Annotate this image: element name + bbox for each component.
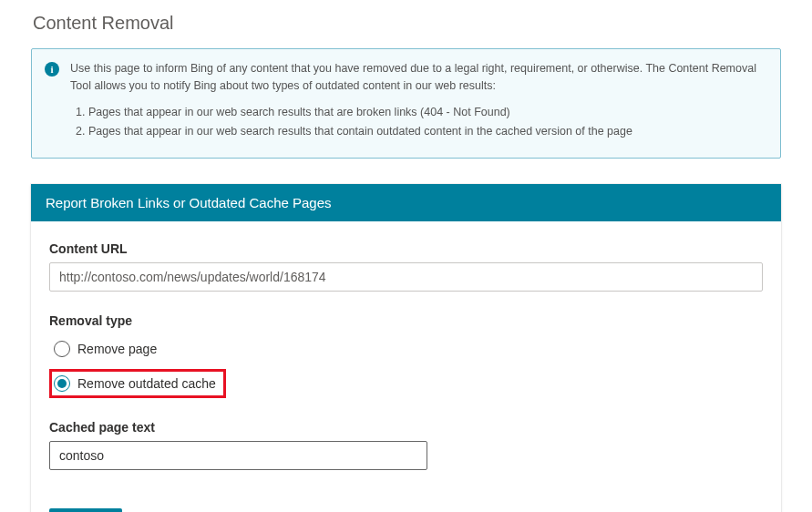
report-form-card: Report Broken Links or Outdated Cache Pa… — [31, 184, 781, 512]
radio-remove-outdated-cache[interactable]: Remove outdated cache — [49, 369, 226, 398]
cached-text-label: Cached page text — [49, 420, 763, 435]
removal-type-label: Removal type — [49, 313, 763, 328]
info-list: Pages that appear in our web search resu… — [70, 104, 767, 141]
radio-icon — [54, 341, 70, 357]
info-icon: i — [45, 62, 59, 77]
content-removal-page: Content Removal i Use this page to infor… — [0, 0, 812, 512]
content-url-label: Content URL — [49, 241, 763, 256]
cached-text-input[interactable] — [49, 441, 427, 470]
submit-button[interactable]: Submit — [49, 508, 122, 512]
info-panel: i Use this page to inform Bing of any co… — [31, 48, 781, 159]
removal-type-group: Removal type Remove page Remove outdated… — [49, 313, 763, 398]
radio-icon — [54, 375, 70, 392]
page-title: Content Removal — [33, 13, 781, 34]
info-list-item: Pages that appear in our web search resu… — [88, 104, 767, 121]
cached-text-group: Cached page text — [49, 420, 763, 470]
info-list-item: Pages that appear in our web search resu… — [88, 123, 767, 140]
content-url-input[interactable] — [49, 262, 763, 292]
removal-type-options: Remove page Remove outdated cache — [49, 334, 763, 398]
info-body: Use this page to inform Bing of any cont… — [70, 60, 767, 143]
radio-remove-page[interactable]: Remove page — [49, 334, 167, 364]
card-body: Content URL Removal type Remove page Rem… — [31, 221, 781, 512]
content-url-group: Content URL — [49, 241, 763, 292]
radio-label: Remove page — [77, 342, 157, 356]
info-intro: Use this page to inform Bing of any cont… — [70, 60, 767, 95]
card-header: Report Broken Links or Outdated Cache Pa… — [31, 184, 781, 221]
radio-label: Remove outdated cache — [77, 376, 216, 391]
